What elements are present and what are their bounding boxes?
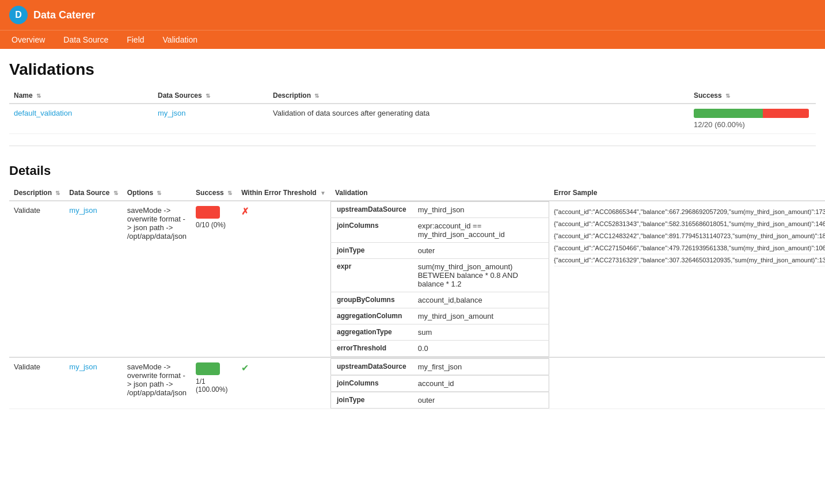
vt-key: joinType	[330, 243, 412, 259]
vt-key: aggregationColumn	[330, 308, 412, 324]
threshold-pass-icon: ✔	[241, 363, 249, 373]
detail-row1-datasource-link[interactable]: my_json	[69, 206, 97, 215]
col-success-detail[interactable]: Success ⇅	[191, 185, 237, 201]
vt-row: aggregationColumn my_third_json_amount	[330, 308, 549, 324]
validations-title: Validations	[9, 60, 816, 79]
detail-row2-datasource-link[interactable]: my_json	[69, 362, 97, 371]
app-title: Data Caterer	[33, 9, 95, 21]
vt-key: expr	[330, 259, 412, 292]
vt-value: outer	[412, 243, 549, 259]
detail-row-1: Validate my_json saveMode -> overwrite f…	[9, 201, 825, 357]
col-within-error[interactable]: Within Error Threshold ▼	[237, 185, 330, 201]
sort-within-icon: ▼	[320, 190, 326, 196]
vt-value: outer	[412, 392, 549, 408]
vt-row: joinColumns account_id	[330, 375, 549, 392]
validation-detail-table-2: upstreamDataSource my_first_json joinCol…	[330, 358, 549, 408]
vt-value: sum	[412, 324, 549, 341]
detail-row2-success: 1/1 (100.00%)	[191, 357, 237, 409]
vt-row: joinType outer	[330, 392, 549, 408]
sort-description-icon: ⇅	[314, 93, 319, 99]
col-desc[interactable]: Description ⇅	[9, 185, 64, 201]
validation-datasource-link[interactable]: my_json	[158, 109, 185, 117]
vt-key: joinColumns	[330, 218, 412, 243]
nav-data-source[interactable]: Data Source	[61, 30, 111, 49]
details-section: Details Description ⇅ Data Source ⇅ Opti…	[9, 163, 816, 409]
vt-value: expr:account_id ==my_third_json_account_…	[412, 218, 549, 243]
sort-name-icon: ⇅	[36, 93, 41, 99]
vt-key: joinColumns	[330, 375, 412, 392]
success-badge-fail	[196, 206, 220, 219]
vt-row: upstreamDataSource my_first_json	[330, 358, 549, 375]
detail-row1-error-sample: {"account_id":"ACC06865344","balance":66…	[549, 201, 825, 357]
detail-row1-description: Validate	[9, 201, 64, 357]
vt-key: aggregationType	[330, 324, 412, 341]
detail-row1-options: saveMode -> overwrite format -> json pat…	[123, 201, 191, 357]
sort-success-icon: ⇅	[725, 93, 730, 99]
detail-row-2: Validate my_json saveMode -> overwrite f…	[9, 357, 825, 409]
sort-ds-icon: ⇅	[113, 190, 118, 196]
error-sample-item: {"account_id":"ACC06865344","balance":66…	[554, 206, 825, 218]
sort-options-icon: ⇅	[157, 190, 161, 196]
col-error-sample: Error Sample	[549, 185, 825, 201]
vt-row: upstreamDataSource my_third_json	[330, 202, 549, 218]
detail-row2-options: saveMode -> overwrite format -> json pat…	[123, 357, 191, 409]
vt-value: my_first_json	[412, 358, 549, 375]
error-sample-container-1: {"account_id":"ACC06865344","balance":66…	[554, 206, 825, 266]
details-table: Description ⇅ Data Source ⇅ Options ⇅ Su…	[9, 185, 825, 409]
vt-row: errorThreshold 0.0	[330, 341, 549, 357]
sort-datasources-icon: ⇅	[206, 93, 210, 99]
details-title: Details	[9, 163, 816, 178]
vt-row: expr sum(my_third_json_amount) BETWEEN b…	[330, 259, 549, 292]
col-datasource[interactable]: Data Source ⇅	[64, 185, 122, 201]
detail-row1-within: ✗	[237, 201, 330, 357]
success-count-2: 1/1 (100.00%)	[196, 377, 232, 394]
main-nav: Overview Data Source Field Validation	[0, 30, 825, 49]
vt-key: upstreamDataSource	[330, 202, 412, 218]
col-success[interactable]: Success ⇅	[689, 88, 816, 104]
progress-red	[763, 109, 809, 118]
error-sample-item: {"account_id":"ACC27316329","balance":30…	[554, 254, 825, 266]
threshold-fail-icon: ✗	[241, 207, 249, 216]
nav-field[interactable]: Field	[124, 30, 146, 49]
sort-success-detail-icon: ⇅	[227, 190, 232, 196]
validation-name-link[interactable]: default_validation	[14, 109, 72, 117]
col-data-sources[interactable]: Data Sources ⇅	[153, 88, 268, 104]
vt-key: joinType	[330, 392, 412, 408]
error-sample-item: {"account_id":"ACC27150466","balance":47…	[554, 242, 825, 254]
col-options[interactable]: Options ⇅	[123, 185, 191, 201]
error-sample-item: {"account_id":"ACC12483242","balance":89…	[554, 230, 825, 242]
vt-row: aggregationType sum	[330, 324, 549, 341]
app-header: D Data Caterer	[0, 0, 825, 30]
nav-overview[interactable]: Overview	[9, 30, 47, 49]
success-badge-pass	[196, 362, 220, 375]
error-sample-item: {"account_id":"ACC52831343","balance":58…	[554, 218, 825, 230]
detail-row2-validation: upstreamDataSource my_first_json joinCol…	[330, 357, 549, 409]
validation-description: Validation of data sources after generat…	[273, 109, 429, 117]
vt-value: my_third_json_amount	[412, 308, 549, 324]
progress-bar	[694, 109, 809, 118]
detail-row2-description: Validate	[9, 357, 64, 409]
validations-table: Name ⇅ Data Sources ⇅ Description ⇅ Succ…	[9, 88, 816, 134]
vt-value: account_id	[412, 375, 549, 392]
main-content: Validations Name ⇅ Data Sources ⇅ Descri…	[0, 49, 825, 421]
vt-value: 0.0	[412, 341, 549, 357]
validation-row: default_validation my_json Validation of…	[9, 104, 816, 134]
col-description[interactable]: Description ⇅	[268, 88, 689, 104]
detail-row2-error-sample	[549, 357, 825, 409]
validation-detail-table-1: upstreamDataSource my_third_json joinCol…	[330, 201, 549, 357]
vt-row: joinType outer	[330, 243, 549, 259]
vt-row: groupByColumns account_id,balance	[330, 292, 549, 308]
detail-row1-validation: upstreamDataSource my_third_json joinCol…	[330, 201, 549, 357]
detail-row2-within: ✔	[237, 357, 330, 409]
vt-row: joinColumns expr:account_id ==my_third_j…	[330, 218, 549, 243]
nav-validation[interactable]: Validation	[161, 30, 200, 49]
success-count: 0/10 (0%)	[196, 221, 232, 229]
col-validation-detail: Validation	[330, 185, 549, 201]
vt-value: sum(my_third_json_amount) BETWEEN balanc…	[412, 259, 549, 292]
app-logo: D	[9, 6, 28, 24]
col-name[interactable]: Name ⇅	[9, 88, 153, 104]
vt-key: upstreamDataSource	[330, 358, 412, 375]
sort-desc-icon: ⇅	[55, 190, 60, 196]
progress-green	[694, 109, 763, 118]
vt-key: groupByColumns	[330, 292, 412, 308]
